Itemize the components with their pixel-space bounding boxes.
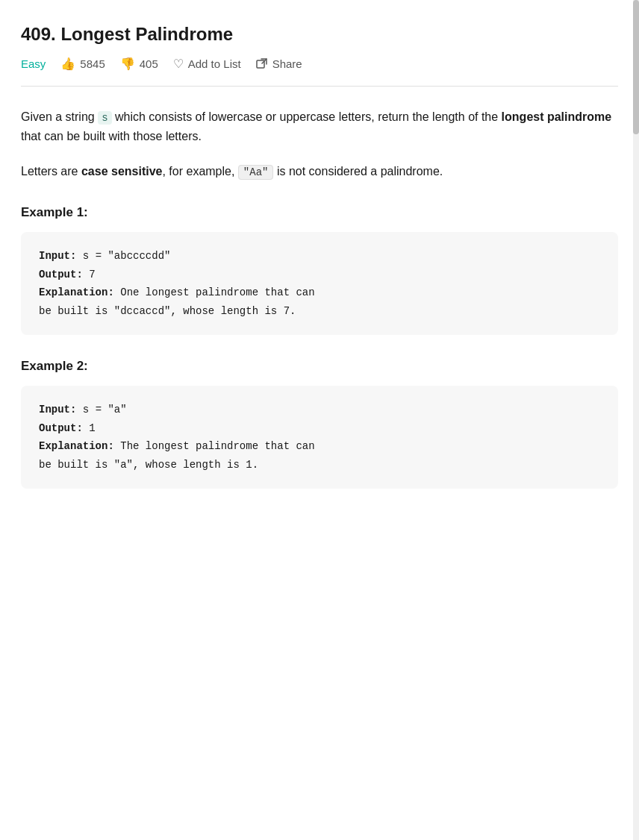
example-2-input-label: Input:	[39, 404, 76, 416]
share-button[interactable]: Share	[256, 57, 302, 70]
likes-button[interactable]: 👍 5845	[60, 57, 105, 71]
thumbs-up-icon: 👍	[60, 57, 75, 71]
dislikes-button[interactable]: 👎 405	[120, 57, 158, 71]
desc-text-5: , for example,	[162, 165, 237, 178]
example-2-block: Input: s = "a" Output: 1 Explanation: Th…	[21, 386, 618, 489]
example-1-input-value: s = "abccccdd"	[76, 250, 170, 262]
dislikes-count: 405	[140, 57, 158, 70]
problem-description: Given a string s which consists of lower…	[21, 107, 618, 181]
share-label: Share	[272, 57, 302, 70]
desc-text-3: that can be built with those letters.	[21, 130, 202, 142]
example-2-explanation-label: Explanation:	[39, 440, 114, 452]
example-1-output-value: 7	[83, 269, 96, 280]
bold-case-sensitive: case sensitive	[81, 165, 163, 178]
description-paragraph-2: Letters are case sensitive, for example,…	[21, 162, 618, 181]
example-1-explanation-label: Explanation:	[39, 286, 114, 298]
example-1-output-line: Output: 7	[39, 266, 600, 284]
bold-longest-palindrome: longest palindrome	[502, 110, 612, 123]
example-2-input-line: Input: s = "a"	[39, 401, 600, 419]
example-1-section: Example 1: Input: s = "abccccdd" Output:…	[21, 205, 618, 335]
heart-icon: ♡	[173, 57, 184, 71]
add-to-list-label: Add to List	[188, 57, 241, 70]
example-2-title: Example 2:	[21, 359, 618, 374]
scrollbar-track[interactable]	[633, 0, 639, 840]
variable-s-code: s	[98, 111, 111, 125]
desc-text-6: is not considered a palindrome.	[273, 165, 443, 178]
example-2-output-label: Output:	[39, 422, 83, 434]
scrollbar-thumb[interactable]	[633, 0, 639, 134]
example-1-output-label: Output:	[39, 269, 83, 280]
example-2-section: Example 2: Input: s = "a" Output: 1 Expl…	[21, 359, 618, 489]
example-1-input-line: Input: s = "abccccdd"	[39, 247, 600, 266]
example-1-input-label: Input:	[39, 250, 76, 262]
example-2-input-value: s = "a"	[76, 404, 126, 416]
description-paragraph-1: Given a string s which consists of lower…	[21, 107, 618, 147]
example-1-title: Example 1:	[21, 205, 618, 220]
problem-title: 409. Longest Palindrome	[21, 24, 618, 45]
share-icon	[256, 58, 268, 70]
add-to-list-button[interactable]: ♡ Add to List	[173, 57, 241, 71]
meta-bar: Easy 👍 5845 👎 405 ♡ Add to List Share	[21, 57, 618, 71]
example-2-explanation-line: Explanation: The longest palindrome that…	[39, 437, 600, 474]
desc-text-2: which consists of lowercase or uppercase…	[112, 110, 502, 123]
difficulty-badge: Easy	[21, 57, 46, 70]
example-2-output-value: 1	[83, 422, 96, 434]
desc-text-1: Given a string	[21, 110, 98, 123]
example-1-explanation-line: Explanation: One longest palindrome that…	[39, 283, 600, 320]
example-2-output-line: Output: 1	[39, 419, 600, 438]
section-divider	[21, 86, 618, 87]
thumbs-down-icon: 👎	[120, 57, 135, 71]
aa-code: "Aa"	[238, 165, 274, 180]
likes-count: 5845	[80, 57, 105, 70]
example-1-block: Input: s = "abccccdd" Output: 7 Explanat…	[21, 232, 618, 335]
desc-text-4: Letters are	[21, 165, 81, 178]
